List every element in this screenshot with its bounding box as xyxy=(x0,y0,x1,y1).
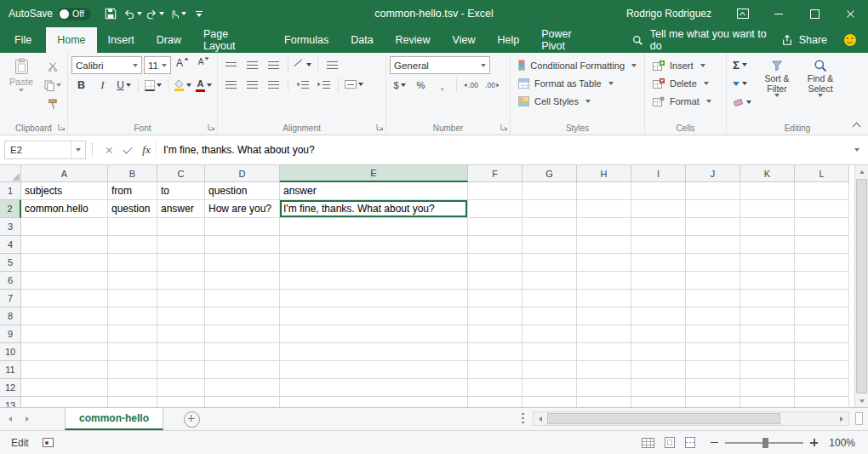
row-header-9[interactable]: 9 xyxy=(0,325,21,343)
borders-button[interactable] xyxy=(143,77,163,94)
column-header-H[interactable]: H xyxy=(577,165,631,182)
increase-indent-button[interactable] xyxy=(314,76,334,93)
cancel-button[interactable] xyxy=(100,141,118,159)
ribbon-display-options-button[interactable] xyxy=(725,0,761,27)
account-name[interactable]: Rodrigo Rodriguez xyxy=(626,8,711,20)
align-right-button[interactable] xyxy=(264,76,283,93)
enter-button[interactable] xyxy=(118,141,137,159)
cell-I11[interactable] xyxy=(631,361,686,379)
cell-C2[interactable]: answer xyxy=(157,200,205,218)
cell-L1[interactable] xyxy=(795,182,849,200)
align-center-button[interactable] xyxy=(243,76,262,93)
close-button[interactable] xyxy=(832,0,868,27)
row-header-5[interactable]: 5 xyxy=(0,254,21,272)
row-header-2[interactable]: 2 xyxy=(0,200,21,218)
cell-D11[interactable] xyxy=(205,361,280,379)
cell-K9[interactable] xyxy=(740,325,795,343)
cell-E12[interactable] xyxy=(280,379,468,397)
cell-J10[interactable] xyxy=(686,343,740,361)
tab-draw[interactable]: Draw xyxy=(146,27,192,53)
font-dialog-launcher[interactable] xyxy=(208,123,215,133)
row-header-8[interactable]: 8 xyxy=(0,307,21,325)
tab-file[interactable]: File xyxy=(0,27,46,53)
touch-mode-button[interactable] xyxy=(168,3,187,25)
tab-splitter-handle[interactable] xyxy=(855,412,863,425)
column-header-I[interactable]: I xyxy=(631,165,686,182)
cell-B3[interactable] xyxy=(108,218,157,236)
cell-E4[interactable] xyxy=(280,236,468,254)
cell-I5[interactable] xyxy=(631,254,686,272)
cell-G6[interactable] xyxy=(523,272,577,290)
tab-home[interactable]: Home xyxy=(46,27,96,53)
cell-F7[interactable] xyxy=(468,290,523,307)
cell-I12[interactable] xyxy=(631,379,686,397)
underline-button[interactable]: U xyxy=(114,77,134,94)
cell-D12[interactable] xyxy=(205,379,280,397)
cell-B5[interactable] xyxy=(108,254,157,272)
cell-A12[interactable] xyxy=(21,379,108,397)
save-button[interactable] xyxy=(101,3,121,25)
cell-C5[interactable] xyxy=(157,254,205,272)
column-header-D[interactable]: D xyxy=(205,165,280,182)
cell-G13[interactable] xyxy=(523,397,577,407)
cell-J2[interactable] xyxy=(686,200,740,218)
column-header-K[interactable]: K xyxy=(740,165,795,182)
row-header-13[interactable]: 13 xyxy=(0,397,21,407)
cell-F10[interactable] xyxy=(468,343,523,361)
macro-record-button[interactable] xyxy=(43,438,54,447)
horizontal-scrollbar[interactable] xyxy=(533,411,849,426)
cell-B10[interactable] xyxy=(108,343,157,361)
cell-F4[interactable] xyxy=(468,236,523,254)
zoom-in-button[interactable] xyxy=(810,439,818,446)
cell-C12[interactable] xyxy=(157,379,205,397)
fill-button[interactable] xyxy=(730,75,754,92)
autosave-toggle[interactable]: AutoSave Off xyxy=(9,8,91,20)
cell-H10[interactable] xyxy=(577,343,631,361)
horizontal-scroll-thumb[interactable] xyxy=(547,413,780,424)
cell-styles-button[interactable]: Cell Styles xyxy=(514,92,641,110)
cell-C3[interactable] xyxy=(157,218,205,236)
clipboard-dialog-launcher[interactable] xyxy=(58,123,66,133)
cell-A10[interactable] xyxy=(21,343,108,361)
cell-A6[interactable] xyxy=(21,272,108,290)
collapse-ribbon-button[interactable] xyxy=(850,120,862,130)
cell-G8[interactable] xyxy=(523,307,577,325)
zoom-out-button[interactable] xyxy=(711,442,718,444)
cell-A8[interactable] xyxy=(21,307,108,325)
cell-G10[interactable] xyxy=(523,343,577,361)
column-header-A[interactable]: A xyxy=(21,165,108,182)
format-painter-button[interactable] xyxy=(43,95,63,112)
cell-F3[interactable] xyxy=(468,218,523,236)
cell-E13[interactable] xyxy=(280,397,468,407)
cell-J5[interactable] xyxy=(686,254,740,272)
cell-I9[interactable] xyxy=(631,325,686,343)
cell-G3[interactable] xyxy=(523,218,577,236)
cell-H12[interactable] xyxy=(577,379,631,397)
cell-G12[interactable] xyxy=(523,379,577,397)
cell-H6[interactable] xyxy=(577,272,631,290)
cell-E1[interactable]: answer xyxy=(280,182,468,200)
cell-B2[interactable]: question xyxy=(108,200,157,218)
cell-A9[interactable] xyxy=(21,325,108,343)
cell-C7[interactable] xyxy=(157,290,205,307)
tell-me-box[interactable]: Tell me what you want to do xyxy=(632,27,781,53)
zoom-level[interactable]: 100% xyxy=(828,437,855,449)
cell-L8[interactable] xyxy=(795,307,849,325)
number-dialog-launcher[interactable] xyxy=(500,123,508,133)
cell-D2[interactable]: How are you? xyxy=(205,200,280,218)
sheet-tab-common-hello[interactable]: common-hello xyxy=(65,408,163,430)
increase-decimal-button[interactable]: .00 xyxy=(461,77,481,94)
scroll-up-button[interactable] xyxy=(855,165,868,178)
cell-F12[interactable] xyxy=(468,379,523,397)
cell-E2[interactable]: I'm fine, thanks. What about you? xyxy=(280,200,468,218)
tab-power-pivot[interactable]: Power Pivot xyxy=(530,27,608,53)
tab-insert[interactable]: Insert xyxy=(97,27,146,53)
formula-input[interactable]: I'm fine, thanks. What about you? xyxy=(156,141,848,159)
cell-K5[interactable] xyxy=(740,254,795,272)
next-sheet-button[interactable] xyxy=(26,417,29,422)
cell-I7[interactable] xyxy=(631,290,686,307)
cell-A4[interactable] xyxy=(21,236,108,254)
cell-J1[interactable] xyxy=(686,182,740,200)
cell-D7[interactable] xyxy=(205,290,280,307)
cell-C11[interactable] xyxy=(157,361,205,379)
